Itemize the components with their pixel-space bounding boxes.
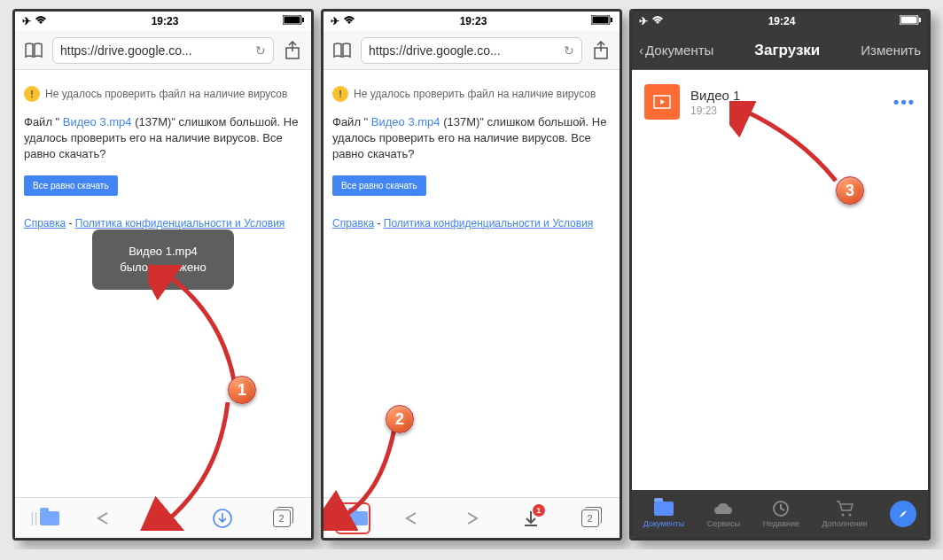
svg-rect-1	[284, 17, 300, 24]
tab-browser[interactable]	[890, 501, 916, 527]
wifi-icon	[343, 15, 355, 27]
file-name: Видео 1	[690, 88, 883, 103]
video-file-icon	[644, 84, 680, 120]
battery-icon	[900, 15, 921, 27]
back-button[interactable]	[86, 502, 121, 534]
privacy-link[interactable]: Политика конфиденциальности и Условия	[75, 217, 285, 229]
app-nav-bar: ‹ Документы Загрузки Изменить	[632, 31, 928, 70]
airplane-icon: ✈	[331, 15, 339, 27]
step-badge-1: 1	[228, 376, 256, 404]
file-info: Видео 1 19:23	[690, 88, 883, 117]
svg-point-15	[849, 514, 852, 517]
browser-bottom-bar: || 2	[15, 497, 311, 538]
file-link[interactable]: Видео 3.mp4	[63, 115, 132, 128]
back-button[interactable]	[394, 502, 430, 534]
download-complete-toast: Видео 1.mp4 было загружено	[92, 229, 234, 290]
svg-rect-7	[611, 18, 612, 22]
file-link[interactable]: Видео 3.mp4	[371, 115, 440, 128]
cart-icon	[834, 500, 855, 517]
warning-icon: !	[332, 86, 348, 102]
tab-label: Сервисы	[707, 519, 740, 528]
share-icon[interactable]	[281, 39, 304, 62]
step-badge-2: 2	[386, 405, 414, 433]
tab-recent[interactable]: Недавние	[763, 500, 799, 528]
file-manager-content: Видео 1 19:23 ••• 3	[632, 70, 928, 490]
step-badge-3: 3	[836, 176, 864, 205]
warning-text: Не удалось проверить файл на наличие вир…	[45, 88, 287, 100]
folder-button[interactable]: ||	[335, 502, 370, 534]
folder-icon	[348, 511, 368, 525]
tab-documents[interactable]: Документы	[643, 500, 684, 528]
reload-icon[interactable]: ↻	[564, 43, 574, 58]
tab-label: Документы	[643, 519, 684, 528]
browser-nav-bar: https://drive.google.co... ↻	[15, 31, 311, 70]
status-time: 19:24	[768, 15, 796, 27]
status-bar: ✈ 19:23	[15, 12, 311, 31]
browser-nav-bar: https://drive.google.co... ↻	[323, 31, 620, 70]
share-icon[interactable]	[589, 39, 612, 62]
file-time: 19:23	[690, 105, 883, 117]
tab-services[interactable]: Сервисы	[707, 500, 740, 528]
forward-button[interactable]	[454, 502, 489, 534]
file-more-button[interactable]: •••	[893, 93, 916, 112]
back-button[interactable]: ‹ Документы	[639, 43, 713, 58]
wifi-icon	[651, 15, 664, 27]
tabs-count: 2	[273, 509, 291, 527]
phone-screenshot-1: ✈ 19:23 https://drive.google.co... ↻	[12, 9, 314, 541]
status-time: 19:23	[152, 15, 179, 27]
tabs-button[interactable]: 2	[573, 502, 608, 534]
battery-icon	[283, 15, 304, 27]
url-text: https://drive.google.co...	[369, 43, 501, 58]
status-bar: ✈ 19:24	[632, 12, 928, 31]
file-row[interactable]: Видео 1 19:23 •••	[632, 77, 928, 127]
clock-icon	[770, 500, 791, 517]
downloads-button[interactable]: 1	[513, 502, 549, 534]
reader-icon[interactable]	[22, 39, 45, 62]
folder-button[interactable]: ||	[27, 502, 62, 534]
help-link[interactable]: Справка	[332, 217, 374, 229]
status-time: 19:23	[460, 15, 487, 27]
tabs-button[interactable]: 2	[264, 502, 300, 534]
app-tab-bar: Документы Сервисы Недавние Дополнения	[632, 490, 928, 538]
download-anyway-button[interactable]: Все равно скачать	[24, 175, 118, 196]
tabs-count: 2	[581, 509, 599, 527]
compass-icon	[890, 501, 916, 527]
phone-screenshot-2: ✈ 19:23 https://drive.google.co... ↻	[321, 9, 622, 541]
forward-button[interactable]	[145, 502, 181, 534]
footer-separator: -	[66, 217, 75, 229]
file-list: Видео 1 19:23 •••	[632, 70, 928, 134]
reader-icon[interactable]	[331, 39, 354, 62]
page-content: ! Не удалось проверить файл на наличие в…	[323, 70, 620, 497]
folder-icon	[653, 500, 674, 517]
page-content: ! Не удалось проверить файл на наличие в…	[15, 70, 311, 497]
footer-links: Справка - Политика конфиденциальности и …	[24, 217, 302, 229]
phone-screenshot-3: ✈ 19:24 ‹ Документы Загрузки Изменить	[629, 9, 931, 541]
edit-button[interactable]: Изменить	[861, 43, 921, 58]
cloud-icon	[713, 500, 734, 517]
url-field[interactable]: https://drive.google.co... ↻	[361, 37, 582, 64]
download-badge: 1	[533, 504, 545, 517]
folder-icon	[40, 511, 59, 525]
virus-warning-header: ! Не удалось проверить файл на наличие в…	[332, 86, 611, 102]
download-anyway-button[interactable]: Все равно скачать	[332, 175, 426, 196]
airplane-icon: ✈	[22, 15, 31, 27]
status-bar: ✈ 19:23	[323, 12, 620, 31]
virus-warning-header: ! Не удалось проверить файл на наличие в…	[24, 86, 302, 102]
reload-icon[interactable]: ↻	[255, 43, 266, 58]
url-field[interactable]: https://drive.google.co... ↻	[52, 37, 274, 64]
privacy-link[interactable]: Политика конфиденциальности и Условия	[384, 217, 594, 229]
tab-addons[interactable]: Дополнения	[822, 500, 868, 528]
downloads-button[interactable]	[205, 502, 240, 534]
file-message: Файл " Видео 3.mp4 (137M)" слишком больш…	[24, 114, 302, 163]
help-link[interactable]: Справка	[24, 217, 66, 229]
toast-message: было загружено	[112, 260, 214, 276]
file-text-prefix: Файл "	[24, 115, 63, 128]
warning-icon: !	[24, 86, 40, 102]
svg-rect-11	[919, 18, 921, 22]
toast-filename: Видео 1.mp4	[112, 244, 214, 260]
airplane-icon: ✈	[639, 15, 648, 27]
browser-bottom-bar: || 1 2	[323, 497, 620, 538]
nav-title: Загрузки	[754, 42, 820, 59]
file-text-prefix: Файл "	[332, 115, 371, 128]
footer-links: Справка - Политика конфиденциальности и …	[332, 217, 611, 229]
